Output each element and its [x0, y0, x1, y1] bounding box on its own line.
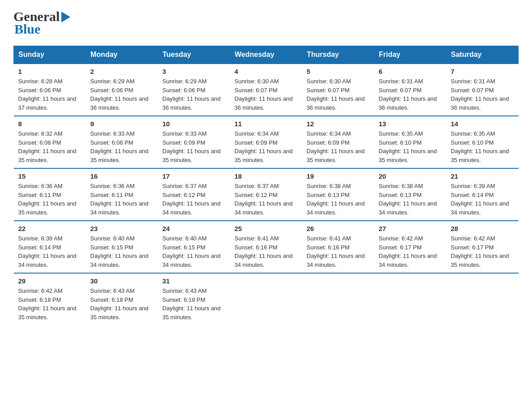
- calendar-cell: 16Sunrise: 6:36 AMSunset: 6:11 PMDayligh…: [86, 168, 158, 221]
- calendar-cell: 21Sunrise: 6:39 AMSunset: 6:14 PMDayligh…: [446, 168, 519, 221]
- calendar-week-row: 8Sunrise: 6:32 AMSunset: 6:08 PMDaylight…: [14, 116, 519, 168]
- calendar-cell: [446, 273, 519, 325]
- header-saturday: Saturday: [446, 46, 519, 64]
- calendar-cell: 20Sunrise: 6:38 AMSunset: 6:13 PMDayligh…: [374, 168, 446, 221]
- day-info: Sunrise: 6:37 AMSunset: 6:12 PMDaylight:…: [163, 182, 226, 217]
- day-number: 25: [235, 225, 298, 232]
- day-info: Sunrise: 6:36 AMSunset: 6:11 PMDaylight:…: [18, 182, 82, 217]
- day-number: 28: [451, 225, 514, 232]
- header-monday: Monday: [86, 46, 158, 64]
- day-info: Sunrise: 6:30 AMSunset: 6:07 PMDaylight:…: [235, 77, 298, 112]
- day-info: Sunrise: 6:40 AMSunset: 6:15 PMDaylight:…: [90, 234, 154, 269]
- calendar-cell: 8Sunrise: 6:32 AMSunset: 6:08 PMDaylight…: [14, 116, 86, 168]
- day-info: Sunrise: 6:36 AMSunset: 6:11 PMDaylight:…: [90, 182, 154, 217]
- day-number: 29: [18, 277, 82, 285]
- day-number: 18: [235, 172, 298, 180]
- day-number: 11: [235, 120, 298, 128]
- day-number: 31: [163, 277, 226, 285]
- day-number: 8: [18, 120, 82, 128]
- day-info: Sunrise: 6:43 AMSunset: 6:18 PMDaylight:…: [90, 287, 154, 321]
- day-number: 24: [163, 225, 226, 232]
- day-number: 10: [163, 120, 226, 128]
- calendar-cell: 14Sunrise: 6:35 AMSunset: 6:10 PMDayligh…: [446, 116, 519, 168]
- calendar-cell: 4Sunrise: 6:30 AMSunset: 6:07 PMDaylight…: [230, 64, 302, 116]
- calendar-week-row: 29Sunrise: 6:42 AMSunset: 6:18 PMDayligh…: [14, 273, 519, 325]
- calendar-cell: 1Sunrise: 6:28 AMSunset: 6:06 PMDaylight…: [14, 64, 86, 116]
- day-info: Sunrise: 6:29 AMSunset: 6:06 PMDaylight:…: [163, 77, 226, 112]
- day-number: 14: [451, 120, 514, 128]
- day-info: Sunrise: 6:38 AMSunset: 6:13 PMDaylight:…: [379, 182, 442, 217]
- calendar-cell: 7Sunrise: 6:31 AMSunset: 6:07 PMDaylight…: [446, 64, 519, 116]
- calendar-cell: 24Sunrise: 6:40 AMSunset: 6:15 PMDayligh…: [158, 221, 230, 273]
- calendar-cell: 12Sunrise: 6:34 AMSunset: 6:09 PMDayligh…: [302, 116, 374, 168]
- calendar-header-row: SundayMondayTuesdayWednesdayThursdayFrid…: [14, 46, 519, 64]
- logo-arrow-icon: [61, 12, 70, 22]
- day-info: Sunrise: 6:31 AMSunset: 6:07 PMDaylight:…: [379, 77, 442, 112]
- day-number: 12: [307, 120, 370, 128]
- logo: General Blue: [13, 9, 70, 37]
- day-info: Sunrise: 6:40 AMSunset: 6:15 PMDaylight:…: [163, 234, 226, 269]
- day-number: 4: [235, 68, 298, 75]
- calendar-cell: 28Sunrise: 6:42 AMSunset: 6:17 PMDayligh…: [446, 221, 519, 273]
- day-info: Sunrise: 6:34 AMSunset: 6:09 PMDaylight:…: [235, 129, 298, 164]
- day-number: 2: [90, 68, 154, 75]
- calendar-table: SundayMondayTuesdayWednesdayThursdayFrid…: [13, 46, 519, 325]
- calendar-cell: 26Sunrise: 6:41 AMSunset: 6:16 PMDayligh…: [302, 221, 374, 273]
- header-thursday: Thursday: [302, 46, 374, 64]
- day-number: 17: [163, 172, 226, 180]
- day-info: Sunrise: 6:39 AMSunset: 6:14 PMDaylight:…: [18, 234, 82, 269]
- calendar-cell: 15Sunrise: 6:36 AMSunset: 6:11 PMDayligh…: [14, 168, 86, 221]
- calendar-week-row: 1Sunrise: 6:28 AMSunset: 6:06 PMDaylight…: [14, 64, 519, 116]
- day-number: 3: [163, 68, 226, 75]
- day-info: Sunrise: 6:42 AMSunset: 6:17 PMDaylight:…: [451, 234, 514, 269]
- day-info: Sunrise: 6:29 AMSunset: 6:06 PMDaylight:…: [90, 77, 154, 112]
- calendar-cell: 17Sunrise: 6:37 AMSunset: 6:12 PMDayligh…: [158, 168, 230, 221]
- calendar-cell: 31Sunrise: 6:43 AMSunset: 6:19 PMDayligh…: [158, 273, 230, 325]
- day-info: Sunrise: 6:34 AMSunset: 6:09 PMDaylight:…: [307, 129, 370, 164]
- day-number: 7: [451, 68, 514, 75]
- day-number: 16: [90, 172, 154, 180]
- day-number: 5: [307, 68, 370, 75]
- calendar-cell: 19Sunrise: 6:38 AMSunset: 6:13 PMDayligh…: [302, 168, 374, 221]
- header-sunday: Sunday: [14, 46, 86, 64]
- calendar-cell: [302, 273, 374, 325]
- calendar-cell: 10Sunrise: 6:33 AMSunset: 6:09 PMDayligh…: [158, 116, 230, 168]
- day-number: 20: [379, 172, 442, 180]
- header-tuesday: Tuesday: [158, 46, 230, 64]
- calendar-cell: 29Sunrise: 6:42 AMSunset: 6:18 PMDayligh…: [14, 273, 86, 325]
- calendar-cell: 25Sunrise: 6:41 AMSunset: 6:16 PMDayligh…: [230, 221, 302, 273]
- page-header: General Blue: [13, 9, 519, 37]
- day-info: Sunrise: 6:33 AMSunset: 6:08 PMDaylight:…: [90, 129, 154, 164]
- day-info: Sunrise: 6:38 AMSunset: 6:13 PMDaylight:…: [307, 182, 370, 217]
- logo-blue-text: Blue: [14, 21, 40, 37]
- calendar-cell: 9Sunrise: 6:33 AMSunset: 6:08 PMDaylight…: [86, 116, 158, 168]
- calendar-cell: 2Sunrise: 6:29 AMSunset: 6:06 PMDaylight…: [86, 64, 158, 116]
- calendar-week-row: 22Sunrise: 6:39 AMSunset: 6:14 PMDayligh…: [14, 221, 519, 273]
- day-info: Sunrise: 6:32 AMSunset: 6:08 PMDaylight:…: [18, 129, 82, 164]
- header-wednesday: Wednesday: [230, 46, 302, 64]
- calendar-cell: 3Sunrise: 6:29 AMSunset: 6:06 PMDaylight…: [158, 64, 230, 116]
- day-number: 15: [18, 172, 82, 180]
- day-number: 1: [18, 68, 82, 75]
- day-info: Sunrise: 6:42 AMSunset: 6:17 PMDaylight:…: [379, 234, 442, 269]
- calendar-cell: 11Sunrise: 6:34 AMSunset: 6:09 PMDayligh…: [230, 116, 302, 168]
- calendar-cell: 18Sunrise: 6:37 AMSunset: 6:12 PMDayligh…: [230, 168, 302, 221]
- calendar-cell: 27Sunrise: 6:42 AMSunset: 6:17 PMDayligh…: [374, 221, 446, 273]
- calendar-cell: [374, 273, 446, 325]
- day-info: Sunrise: 6:37 AMSunset: 6:12 PMDaylight:…: [235, 182, 298, 217]
- header-friday: Friday: [374, 46, 446, 64]
- day-info: Sunrise: 6:35 AMSunset: 6:10 PMDaylight:…: [379, 129, 442, 164]
- day-number: 22: [18, 225, 82, 232]
- day-number: 13: [379, 120, 442, 128]
- day-info: Sunrise: 6:43 AMSunset: 6:19 PMDaylight:…: [163, 287, 226, 321]
- day-number: 9: [90, 120, 154, 128]
- calendar-cell: [230, 273, 302, 325]
- calendar-cell: 6Sunrise: 6:31 AMSunset: 6:07 PMDaylight…: [374, 64, 446, 116]
- day-info: Sunrise: 6:30 AMSunset: 6:07 PMDaylight:…: [307, 77, 370, 112]
- day-info: Sunrise: 6:31 AMSunset: 6:07 PMDaylight:…: [451, 77, 514, 112]
- day-info: Sunrise: 6:41 AMSunset: 6:16 PMDaylight:…: [307, 234, 370, 269]
- svg-marker-0: [61, 12, 70, 22]
- calendar-week-row: 15Sunrise: 6:36 AMSunset: 6:11 PMDayligh…: [14, 168, 519, 221]
- day-number: 23: [90, 225, 154, 232]
- day-number: 19: [307, 172, 370, 180]
